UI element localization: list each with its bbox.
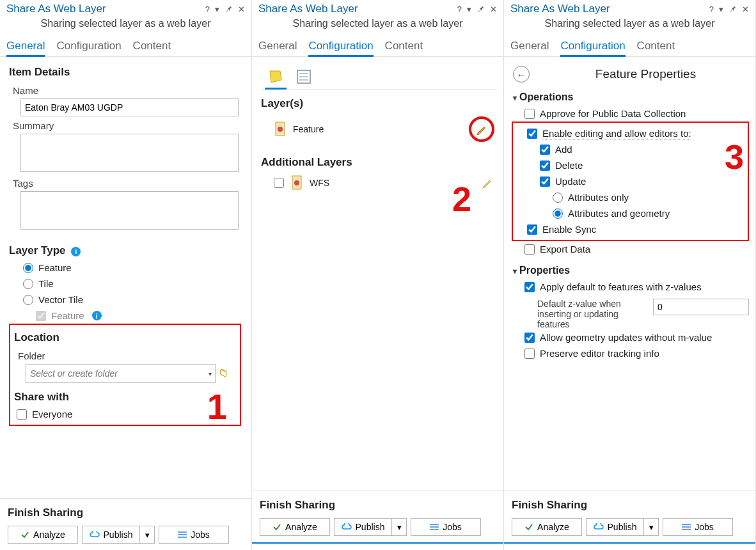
caret-icon [513, 265, 517, 276]
default-z-input[interactable] [653, 299, 749, 315]
publish-dropdown[interactable]: ▾ [391, 518, 407, 536]
help-icon[interactable]: ? [205, 4, 210, 14]
feature-layer-icon [274, 122, 287, 137]
svg-rect-9 [430, 524, 439, 525]
back-button[interactable]: ← [513, 66, 530, 82]
check-preserve-tracking[interactable] [524, 349, 535, 359]
svg-rect-11 [430, 529, 439, 530]
check-add-label: Add [555, 144, 572, 155]
section-operations[interactable]: Operations [513, 89, 749, 106]
svg-rect-2 [178, 537, 187, 538]
tab-configuration[interactable]: Configuration [560, 38, 625, 56]
label-name: Name [9, 81, 245, 98]
folder-combo[interactable] [26, 364, 216, 383]
config-scroll[interactable]: Layer(s) Feature Additional Layers WFS [252, 57, 503, 491]
dropdown-icon[interactable]: ▾ [467, 4, 471, 14]
check-enable-edit[interactable] [527, 129, 537, 139]
radio-vector-tile[interactable] [23, 295, 33, 305]
tab-general[interactable]: General [510, 38, 549, 56]
feature-properties-title: Feature Properties [542, 67, 749, 81]
cloud-icon [90, 531, 100, 538]
check-vt-feature [36, 311, 46, 321]
tab-content[interactable]: Content [133, 38, 171, 56]
help-icon[interactable]: ? [457, 4, 462, 14]
browse-folder-icon[interactable]: 📁︎ [218, 367, 230, 381]
feature-layer-label: Feature [293, 124, 462, 134]
tab-configuration[interactable]: Configuration [308, 38, 373, 56]
titlebar: Share As Web Layer ? ▾ 📌︎ ✕ [0, 0, 251, 17]
publish-button[interactable]: Publish [82, 526, 139, 544]
tags-input[interactable] [20, 191, 239, 230]
tab-general[interactable]: General [6, 38, 45, 56]
svg-rect-14 [682, 529, 691, 530]
jobs-button[interactable]: Jobs [663, 518, 733, 536]
titlebar: Share As Web Layer ? ▾ 📌︎ ✕ [504, 0, 755, 17]
check-preserve-tracking-label: Preserve editor tracking info [540, 348, 659, 359]
check-enable-sync[interactable] [527, 224, 537, 235]
label-folder: Folder [14, 347, 236, 364]
radio-attr-only[interactable] [553, 192, 563, 203]
edit-wfs-icon[interactable] [480, 176, 494, 190]
info-icon[interactable]: i [71, 247, 81, 256]
caret-icon [513, 91, 517, 103]
publish-button[interactable]: Publish [586, 518, 643, 536]
svg-point-8 [294, 180, 299, 185]
name-input[interactable] [20, 98, 239, 116]
radio-vector-tile-label: Vector Tile [38, 294, 83, 305]
tab-content[interactable]: Content [385, 38, 423, 56]
check-export-data[interactable] [524, 244, 535, 255]
analyze-button[interactable]: Analyze [260, 518, 330, 536]
check-wfs[interactable] [274, 178, 284, 188]
properties-icon [295, 68, 312, 85]
close-icon[interactable]: ✕ [238, 4, 245, 14]
check-add[interactable] [540, 145, 550, 155]
radio-feature[interactable] [23, 263, 33, 273]
check-enable-sync-label: Enable Sync [542, 224, 596, 235]
publish-dropdown[interactable]: ▾ [643, 518, 659, 536]
dropdown-icon[interactable]: ▾ [719, 4, 723, 14]
edit-feature-icon[interactable] [469, 116, 494, 142]
fp-scroll[interactable]: ← Feature Properties Operations Approve … [504, 57, 755, 491]
layers-heading: Layer(s) [261, 93, 497, 113]
check-approve[interactable] [524, 109, 535, 119]
check-delete-label: Delete [555, 160, 583, 171]
tab-configuration[interactable]: Configuration [56, 38, 121, 56]
dropdown-icon[interactable]: ▾ [215, 4, 219, 14]
close-icon[interactable]: ✕ [742, 4, 749, 14]
check-everyone[interactable] [17, 409, 27, 420]
check-update[interactable] [540, 177, 550, 187]
config-tab-properties[interactable] [293, 67, 315, 89]
panel-title: Share As Web Layer [6, 3, 205, 15]
additional-layers-heading: Additional Layers [261, 152, 497, 171]
config-tab-layer[interactable] [265, 67, 287, 89]
pin-icon[interactable]: 📌︎ [728, 4, 737, 14]
general-scroll[interactable]: Item Details Name Summary Tags Layer Typ… [0, 57, 251, 498]
pin-icon[interactable]: 📌︎ [476, 4, 485, 14]
radio-attr-geo[interactable] [553, 208, 563, 219]
pin-icon[interactable]: 📌︎ [224, 4, 233, 14]
section-properties[interactable]: Properties [513, 262, 749, 279]
summary-input[interactable] [20, 134, 239, 172]
check-apply-z[interactable] [524, 282, 535, 292]
svg-rect-0 [178, 531, 187, 533]
finish-sharing-label: Finish Sharing [8, 503, 245, 522]
radio-tile[interactable] [23, 279, 33, 289]
check-delete[interactable] [540, 161, 550, 171]
label-tags: Tags [9, 174, 245, 191]
publish-dropdown[interactable]: ▾ [139, 526, 155, 544]
tab-content[interactable]: Content [637, 38, 675, 56]
jobs-button[interactable]: Jobs [159, 526, 229, 544]
note-icon [267, 68, 284, 85]
analyze-button[interactable]: Analyze [8, 526, 78, 544]
close-icon[interactable]: ✕ [490, 4, 497, 14]
info-icon[interactable]: i [92, 311, 102, 320]
help-icon[interactable]: ? [709, 4, 714, 14]
analyze-button[interactable]: Analyze [512, 518, 582, 536]
publish-button[interactable]: Publish [334, 518, 391, 536]
svg-rect-1 [178, 534, 187, 535]
titlebar: Share As Web Layer ? ▾ 📌︎ ✕ [252, 0, 503, 17]
svg-rect-10 [430, 526, 439, 528]
jobs-button[interactable]: Jobs [411, 518, 481, 536]
tab-general[interactable]: General [258, 38, 297, 56]
check-allow-m[interactable] [524, 333, 535, 343]
